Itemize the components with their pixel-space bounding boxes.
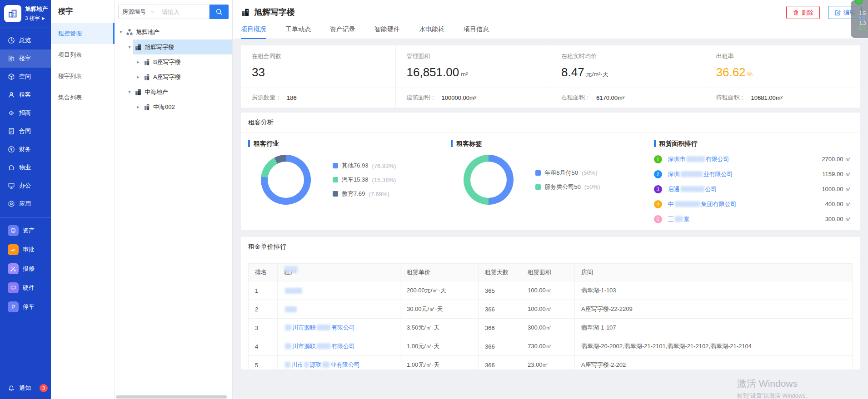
tree-node-org-xuhui[interactable]: ▾旭辉地产 xyxy=(115,25,232,39)
rank-badge: 3 xyxy=(654,185,662,193)
redacted-text xyxy=(285,306,297,312)
stat-label: 在租合同数 xyxy=(252,52,395,60)
rank-badge: 2 xyxy=(654,170,662,178)
caret-right-icon[interactable]: ▸ xyxy=(135,74,142,80)
tenant-icon xyxy=(8,91,15,99)
submenu-item-collection-list[interactable]: 集合列表 xyxy=(51,87,114,108)
sidebar-item-notifications[interactable]: 通知 3 xyxy=(0,377,51,399)
legend-label: 教育7.69 xyxy=(342,190,365,198)
tree-node-bldg-a[interactable]: ▸A座写字楼 xyxy=(115,69,232,84)
sidebar-item-repair[interactable]: 报修 xyxy=(0,259,51,278)
cell-rank: 4 xyxy=(249,337,278,356)
tree-node-label: 旭辉地产 xyxy=(136,28,160,36)
hardware-icon xyxy=(8,282,19,293)
sidebar-item-property[interactable]: 物业 xyxy=(0,158,51,177)
text-segment: 川市 xyxy=(291,361,303,368)
org-icon xyxy=(126,29,133,36)
sidebar-item-approve[interactable]: 审批 xyxy=(0,240,51,259)
stat-label: 管理面积 xyxy=(407,52,550,60)
stat-value: 33 xyxy=(252,65,265,79)
tab-project-info[interactable]: 项目信息 xyxy=(464,25,489,39)
tree-node-bldg-zhonghai-002[interactable]: ▸中海002 xyxy=(115,99,232,114)
table-row: 3川市源联有限公司3.50元/㎡·天366300.00㎡翡翠湖-1-107 xyxy=(249,319,853,337)
redacted-text xyxy=(304,362,309,368)
sidebar-item-space[interactable]: 空间 xyxy=(0,68,51,86)
cell-days: 366 xyxy=(479,337,521,356)
sub-stat-built-area: 建筑面积：100000.00m² xyxy=(396,88,551,108)
cell-price: 1.00元/㎡·天 xyxy=(400,337,479,356)
company-link[interactable]: 中集团有限公司 xyxy=(668,200,825,208)
search-input[interactable] xyxy=(158,5,210,19)
legend-item[interactable]: 年租6月付50 (50%) xyxy=(535,169,600,177)
legend-item[interactable]: 服务类公司50 (50%) xyxy=(535,183,600,191)
search-button[interactable] xyxy=(210,5,229,19)
cell-rank: 5 xyxy=(249,356,278,374)
redacted-text xyxy=(284,266,298,273)
sidebar-item-office[interactable]: 办公 xyxy=(0,177,51,195)
rank-badge: 1 xyxy=(654,155,662,163)
caret-right-icon[interactable]: ▸ xyxy=(135,104,142,110)
sidebar-item-tenant[interactable]: 租客 xyxy=(0,86,51,104)
sidebar-item-overview[interactable]: 总览 xyxy=(0,31,51,49)
submenu-item-building-list[interactable]: 楼宇列表 xyxy=(51,65,114,87)
text-segment: 集团有限公司 xyxy=(701,201,737,207)
legend-item[interactable]: 其他76.93 (76.93%) xyxy=(333,162,396,170)
expand-caret-icon[interactable]: ▶ xyxy=(42,17,45,20)
windows-activation-watermark: 激活 Windows 转到“设置”以激活 Windows。 xyxy=(737,377,811,399)
tree-node-proj-xuhui-office[interactable]: ▾旭辉写字楼 xyxy=(115,39,232,54)
stat-unit: m² xyxy=(461,71,468,78)
text-segment: 堂 xyxy=(684,216,690,222)
submenu-item-project-list[interactable]: 项目列表 xyxy=(51,44,114,65)
tab-smart-hardware[interactable]: 智能硬件 xyxy=(374,25,400,39)
sidebar-item-hardware[interactable]: 硬件 xyxy=(0,278,51,297)
lease-area-value: 1159.00 ㎡ xyxy=(822,170,851,178)
company-link[interactable]: 启通公司 xyxy=(668,185,822,193)
submenu-item-rent-control[interactable]: 租控管理 xyxy=(51,23,114,44)
text-segment: 业有限公司 xyxy=(330,361,360,368)
tree-node-bldg-b[interactable]: ▸B座写字楼 xyxy=(115,54,232,69)
horizontal-scrollbar[interactable] xyxy=(116,395,227,399)
org-switcher[interactable]: 旭辉地产 3 楼宇 ▶ xyxy=(0,0,51,28)
company-link[interactable]: 深圳市有限公司 xyxy=(668,155,822,163)
download-speed-unit: ↓K/s xyxy=(851,26,866,31)
tenant-industry-chart: 租客行业 其他76.93 (76.93%)汽车15.38 (15.38%)教育7… xyxy=(248,140,451,225)
cell-area: 100.00㎡ xyxy=(521,300,575,319)
sidebar-item-parking[interactable]: 停车 xyxy=(0,297,51,316)
search-filter-select[interactable]: 房源编号 xyxy=(118,5,158,19)
caret-down-icon[interactable]: ▾ xyxy=(126,44,133,50)
tenant-link[interactable]: 川市源联有限公司 xyxy=(284,343,355,350)
legend-label: 年租6月付50 xyxy=(544,169,578,177)
sidebar-item-invest[interactable]: 招商 xyxy=(0,104,51,122)
caret-down-icon[interactable]: ▾ xyxy=(126,89,133,95)
table-row: 1200.00元/㎡·天365100.00㎡翡翠湖-1-103 xyxy=(249,281,853,300)
tenant-link[interactable]: 川市源联有限公司 xyxy=(284,324,355,331)
sidebar-item-apps[interactable]: 应用 xyxy=(0,195,51,213)
legend-item[interactable]: 汽车15.38 (15.38%) xyxy=(333,176,396,184)
rent-ranking-table: 排名租户租赁单价租赁天数租赁面积房间 1200.00元/㎡·天365100.00… xyxy=(248,263,853,374)
tenant-link[interactable]: 川市源联业有限公司 xyxy=(284,361,360,368)
delete-button-label: 删除 xyxy=(802,9,813,17)
company-link[interactable]: 深圳业有限公司 xyxy=(668,170,823,178)
delete-button[interactable]: 删除 xyxy=(786,6,820,19)
sidebar-item-buildings[interactable]: 楼宇 xyxy=(0,49,51,68)
tab-work-orders[interactable]: 工单动态 xyxy=(285,25,311,39)
sidebar-item-finance[interactable]: 财务 xyxy=(0,140,51,158)
sidebar-item-asset[interactable]: 资产 xyxy=(0,221,51,240)
tab-utility-energy[interactable]: 水电能耗 xyxy=(419,25,444,39)
project-icon xyxy=(135,44,142,51)
tree-node-label: B座写字楼 xyxy=(153,58,181,66)
column-header-label: 租赁面积 xyxy=(528,269,551,276)
caret-down-icon[interactable]: ▾ xyxy=(117,29,125,35)
tree-node-proj-zhonghai[interactable]: ▾中海地产 xyxy=(115,84,232,99)
tab-asset-records[interactable]: 资产记录 xyxy=(330,25,355,39)
stat-label: 出租率 xyxy=(716,52,860,60)
sidebar-item-label: 招商 xyxy=(19,109,31,117)
sub-stat-label: 建筑面积： xyxy=(407,94,436,102)
sidebar-item-contract[interactable]: 合同 xyxy=(0,122,51,140)
legend-percent: (50%) xyxy=(582,169,598,176)
ranking-row: 4中集团有限公司400.00 ㎡ xyxy=(654,199,851,210)
company-link[interactable]: 三堂 xyxy=(668,215,825,223)
tab-overview[interactable]: 项目概况 xyxy=(241,25,266,39)
legend-item[interactable]: 教育7.69 (7.69%) xyxy=(333,190,396,198)
caret-right-icon[interactable]: ▸ xyxy=(135,59,142,65)
